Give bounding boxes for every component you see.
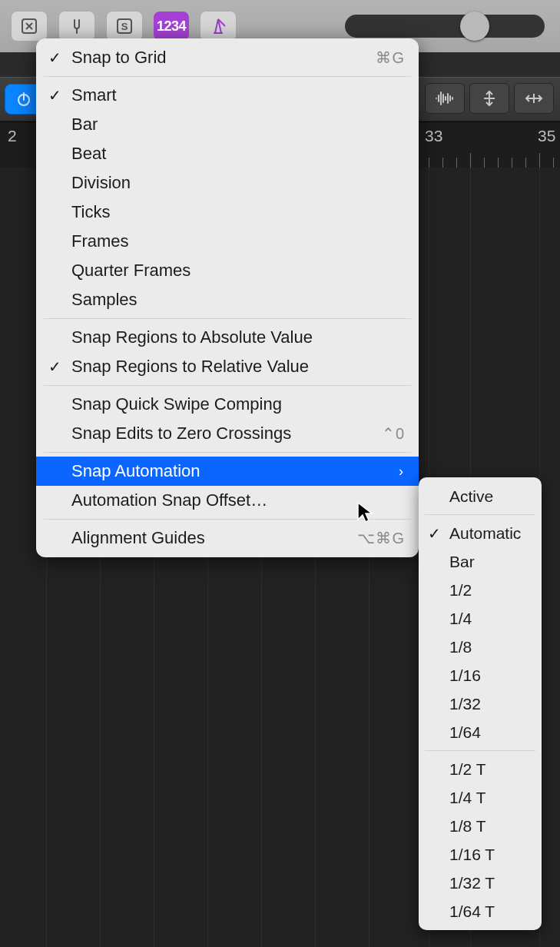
submenu-item-automatic[interactable]: ✓ Automatic [419,519,542,547]
menu-item-alignment-guides[interactable]: Alignment Guides ⌥⌘G [36,523,419,553]
menu-item-label: Division [71,173,131,193]
menu-item-label: Smart [71,85,117,105]
ruler-mark: 33 [425,127,442,145]
menu-item-label: 1/4 T [449,789,485,807]
menu-item-samples[interactable]: Samples [36,285,419,314]
menu-item-bar[interactable]: Bar [36,110,419,139]
menu-separator [425,514,535,515]
menu-shortcut: ⌥⌘G [357,529,405,547]
snap-menu: ✓ Snap to Grid ⌘G ✓ Smart Bar Beat Divis… [36,38,419,557]
menu-separator [425,750,535,751]
menu-item-label: Samples [71,290,138,310]
menu-item-snap-regions-relative[interactable]: ✓ Snap Regions to Relative Value [36,352,419,381]
submenu-item-1-2-t[interactable]: 1/2 T [419,755,542,783]
menu-item-label: Snap Regions to Absolute Value [71,327,313,347]
menu-item-label: Snap to Grid [71,48,167,68]
tuning-fork-icon[interactable] [58,11,95,42]
right-tool-group [425,83,554,114]
menu-item-ticks[interactable]: Ticks [36,198,419,227]
count-in-label: 1234 [157,18,186,35]
submenu-item-bar[interactable]: Bar [419,547,542,576]
menu-separator [44,318,411,319]
submenu-item-1-16[interactable]: 1/16 [419,661,542,689]
menu-item-label: Snap Automation [71,461,200,481]
menu-separator [44,76,411,77]
menu-item-label: Automatic [449,524,521,543]
menu-item-quarter-frames[interactable]: Quarter Frames [36,256,419,285]
menu-item-label: 1/8 T [449,817,485,836]
submenu-item-1-4-t[interactable]: 1/4 T [419,783,542,812]
count-in-1234-button[interactable]: 1234 [154,12,189,41]
check-icon: ✓ [48,48,61,67]
menu-item-label: Alignment Guides [71,528,205,548]
menu-item-snap-quick-swipe[interactable]: Snap Quick Swipe Comping [36,390,419,419]
snap-automation-submenu: Active ✓ Automatic Bar 1/2 1/4 1/8 1/16 … [419,477,542,930]
waveform-icon[interactable] [425,83,465,114]
menu-item-label: 1/64 [449,723,481,742]
menu-item-automation-snap-offset[interactable]: Automation Snap Offset… [36,486,419,515]
menu-item-label: Ticks [71,202,111,222]
submenu-item-1-32[interactable]: 1/32 [419,689,542,718]
ruler-mark: 35 [538,127,555,145]
menu-separator [44,385,411,386]
submenu-item-1-8[interactable]: 1/8 [419,633,542,661]
menu-item-label: 1/4 [449,610,472,628]
menu-item-label: Automation Snap Offset… [71,490,267,510]
chevron-right-icon: › [399,464,405,480]
menu-item-label: Snap Edits to Zero Crossings [71,424,291,444]
menu-item-label: Bar [449,553,475,571]
menu-shortcut: ⌘G [376,48,405,67]
menu-item-frames[interactable]: Frames [36,227,419,256]
ruler-mark: 2 [8,127,17,145]
submenu-item-1-8-t[interactable]: 1/8 T [419,812,542,840]
menu-item-snap-automation[interactable]: Snap Automation › [36,457,419,486]
menu-item-label: Bar [71,115,98,135]
menu-item-label: 1/2 T [449,760,485,779]
submenu-item-active[interactable]: Active [419,482,542,510]
metronome-icon[interactable] [200,11,237,42]
menu-item-label: 1/16 T [449,846,495,864]
menu-item-snap-zero-crossings[interactable]: Snap Edits to Zero Crossings ⌃0 [36,419,419,448]
submenu-item-1-16-t[interactable]: 1/16 T [419,840,542,869]
menu-item-label: 1/16 [449,666,481,685]
menu-item-label: Quarter Frames [71,261,191,281]
submenu-item-1-2[interactable]: 1/2 [419,576,542,604]
close-box-icon[interactable] [11,11,48,42]
menu-item-label: Beat [71,144,106,164]
zoom-slider[interactable] [345,15,545,38]
menu-item-division[interactable]: Division [36,168,419,198]
submenu-item-1-32-t[interactable]: 1/32 T [419,869,542,897]
menu-item-label: 1/8 [449,638,472,656]
check-icon: ✓ [428,524,441,543]
vertical-zoom-icon[interactable] [469,83,509,114]
menu-item-beat[interactable]: Beat [36,139,419,168]
menu-item-snap-regions-absolute[interactable]: Snap Regions to Absolute Value [36,323,419,352]
menu-shortcut: ⌃0 [382,424,405,443]
menu-item-smart[interactable]: ✓ Smart [36,81,419,110]
menu-separator [44,519,411,520]
menu-item-snap-to-grid[interactable]: ✓ Snap to Grid ⌘G [36,43,419,72]
zoom-slider-knob[interactable] [460,12,489,41]
menu-item-label: 1/64 T [449,902,495,921]
menu-item-label: 1/32 [449,695,481,713]
menu-item-label: Snap Quick Swipe Comping [71,394,282,414]
menu-item-label: 1/32 T [449,874,495,892]
menu-item-label: 1/2 [449,581,472,600]
check-icon: ✓ [48,357,61,376]
menu-separator [44,452,411,453]
horizontal-zoom-icon[interactable] [514,83,554,114]
menu-item-label: Active [449,487,493,506]
solo-s-icon[interactable]: S [106,11,143,42]
menu-item-label: Frames [71,231,129,251]
svg-text:S: S [121,21,128,32]
submenu-item-1-64-t[interactable]: 1/64 T [419,897,542,925]
submenu-item-1-64[interactable]: 1/64 [419,718,542,746]
check-icon: ✓ [48,86,61,105]
menu-item-label: Snap Regions to Relative Value [71,357,309,377]
submenu-item-1-4[interactable]: 1/4 [419,604,542,633]
